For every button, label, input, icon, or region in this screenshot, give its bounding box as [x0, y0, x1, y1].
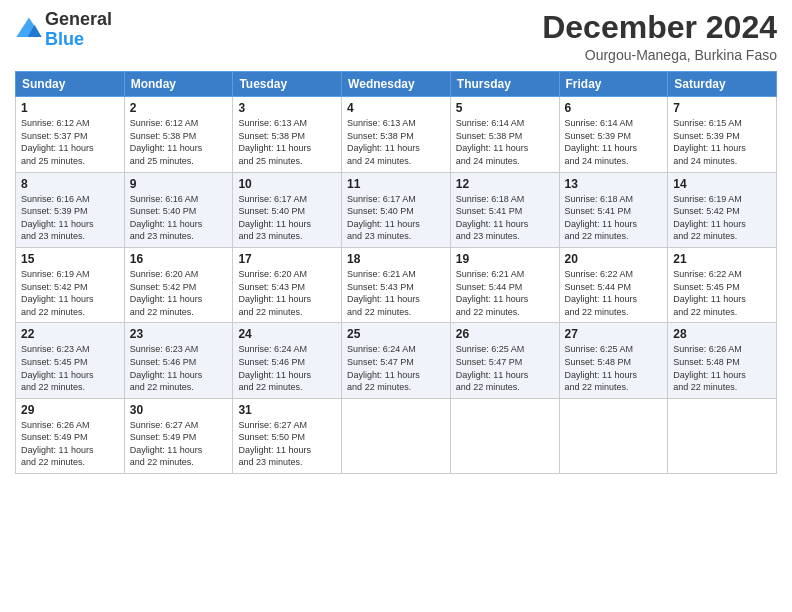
- day-number: 10: [238, 177, 336, 191]
- calendar-cell: 25Sunrise: 6:24 AMSunset: 5:47 PMDayligh…: [342, 323, 451, 398]
- calendar-cell: 16Sunrise: 6:20 AMSunset: 5:42 PMDayligh…: [124, 247, 233, 322]
- day-number: 14: [673, 177, 771, 191]
- calendar-cell: 21Sunrise: 6:22 AMSunset: 5:45 PMDayligh…: [668, 247, 777, 322]
- day-number: 7: [673, 101, 771, 115]
- month-title: December 2024: [542, 10, 777, 45]
- calendar-week-5: 29Sunrise: 6:26 AMSunset: 5:49 PMDayligh…: [16, 398, 777, 473]
- page: General Blue December 2024 Ourgou-Manega…: [0, 0, 792, 612]
- calendar-header-tuesday: Tuesday: [233, 72, 342, 97]
- day-info: Sunrise: 6:20 AMSunset: 5:42 PMDaylight:…: [130, 268, 228, 318]
- day-info: Sunrise: 6:20 AMSunset: 5:43 PMDaylight:…: [238, 268, 336, 318]
- day-number: 16: [130, 252, 228, 266]
- day-number: 29: [21, 403, 119, 417]
- day-number: 17: [238, 252, 336, 266]
- calendar-cell: 20Sunrise: 6:22 AMSunset: 5:44 PMDayligh…: [559, 247, 668, 322]
- day-info: Sunrise: 6:21 AMSunset: 5:44 PMDaylight:…: [456, 268, 554, 318]
- calendar-week-3: 15Sunrise: 6:19 AMSunset: 5:42 PMDayligh…: [16, 247, 777, 322]
- day-info: Sunrise: 6:12 AMSunset: 5:37 PMDaylight:…: [21, 117, 119, 167]
- day-info: Sunrise: 6:17 AMSunset: 5:40 PMDaylight:…: [347, 193, 445, 243]
- day-info: Sunrise: 6:21 AMSunset: 5:43 PMDaylight:…: [347, 268, 445, 318]
- calendar-cell: 14Sunrise: 6:19 AMSunset: 5:42 PMDayligh…: [668, 172, 777, 247]
- day-info: Sunrise: 6:22 AMSunset: 5:45 PMDaylight:…: [673, 268, 771, 318]
- day-number: 25: [347, 327, 445, 341]
- day-number: 11: [347, 177, 445, 191]
- day-info: Sunrise: 6:24 AMSunset: 5:47 PMDaylight:…: [347, 343, 445, 393]
- calendar-week-4: 22Sunrise: 6:23 AMSunset: 5:45 PMDayligh…: [16, 323, 777, 398]
- day-number: 12: [456, 177, 554, 191]
- day-number: 26: [456, 327, 554, 341]
- day-number: 3: [238, 101, 336, 115]
- logo-general: General: [45, 9, 112, 29]
- day-info: Sunrise: 6:15 AMSunset: 5:39 PMDaylight:…: [673, 117, 771, 167]
- day-number: 6: [565, 101, 663, 115]
- calendar-cell: 19Sunrise: 6:21 AMSunset: 5:44 PMDayligh…: [450, 247, 559, 322]
- day-number: 23: [130, 327, 228, 341]
- logo-icon: [15, 16, 43, 44]
- day-info: Sunrise: 6:18 AMSunset: 5:41 PMDaylight:…: [456, 193, 554, 243]
- day-number: 21: [673, 252, 771, 266]
- calendar-cell: 8Sunrise: 6:16 AMSunset: 5:39 PMDaylight…: [16, 172, 125, 247]
- header: General Blue December 2024 Ourgou-Manega…: [15, 10, 777, 63]
- day-info: Sunrise: 6:13 AMSunset: 5:38 PMDaylight:…: [347, 117, 445, 167]
- calendar-cell: 1Sunrise: 6:12 AMSunset: 5:37 PMDaylight…: [16, 97, 125, 172]
- day-info: Sunrise: 6:24 AMSunset: 5:46 PMDaylight:…: [238, 343, 336, 393]
- day-number: 15: [21, 252, 119, 266]
- day-number: 20: [565, 252, 663, 266]
- calendar-cell: 13Sunrise: 6:18 AMSunset: 5:41 PMDayligh…: [559, 172, 668, 247]
- calendar-cell: [450, 398, 559, 473]
- logo-blue: Blue: [45, 29, 84, 49]
- day-number: 28: [673, 327, 771, 341]
- calendar-cell: 28Sunrise: 6:26 AMSunset: 5:48 PMDayligh…: [668, 323, 777, 398]
- day-info: Sunrise: 6:27 AMSunset: 5:49 PMDaylight:…: [130, 419, 228, 469]
- calendar-cell: 26Sunrise: 6:25 AMSunset: 5:47 PMDayligh…: [450, 323, 559, 398]
- day-number: 31: [238, 403, 336, 417]
- calendar-week-1: 1Sunrise: 6:12 AMSunset: 5:37 PMDaylight…: [16, 97, 777, 172]
- day-info: Sunrise: 6:19 AMSunset: 5:42 PMDaylight:…: [673, 193, 771, 243]
- day-info: Sunrise: 6:27 AMSunset: 5:50 PMDaylight:…: [238, 419, 336, 469]
- day-number: 5: [456, 101, 554, 115]
- day-number: 13: [565, 177, 663, 191]
- calendar-cell: 2Sunrise: 6:12 AMSunset: 5:38 PMDaylight…: [124, 97, 233, 172]
- day-info: Sunrise: 6:16 AMSunset: 5:39 PMDaylight:…: [21, 193, 119, 243]
- day-info: Sunrise: 6:19 AMSunset: 5:42 PMDaylight:…: [21, 268, 119, 318]
- calendar: SundayMondayTuesdayWednesdayThursdayFrid…: [15, 71, 777, 474]
- day-number: 2: [130, 101, 228, 115]
- calendar-cell: 9Sunrise: 6:16 AMSunset: 5:40 PMDaylight…: [124, 172, 233, 247]
- day-number: 4: [347, 101, 445, 115]
- calendar-cell: 18Sunrise: 6:21 AMSunset: 5:43 PMDayligh…: [342, 247, 451, 322]
- calendar-week-2: 8Sunrise: 6:16 AMSunset: 5:39 PMDaylight…: [16, 172, 777, 247]
- calendar-cell: 5Sunrise: 6:14 AMSunset: 5:38 PMDaylight…: [450, 97, 559, 172]
- calendar-cell: 22Sunrise: 6:23 AMSunset: 5:45 PMDayligh…: [16, 323, 125, 398]
- day-info: Sunrise: 6:14 AMSunset: 5:39 PMDaylight:…: [565, 117, 663, 167]
- calendar-header-monday: Monday: [124, 72, 233, 97]
- title-block: December 2024 Ourgou-Manega, Burkina Fas…: [542, 10, 777, 63]
- calendar-cell: 31Sunrise: 6:27 AMSunset: 5:50 PMDayligh…: [233, 398, 342, 473]
- day-number: 18: [347, 252, 445, 266]
- calendar-header-row: SundayMondayTuesdayWednesdayThursdayFrid…: [16, 72, 777, 97]
- day-info: Sunrise: 6:25 AMSunset: 5:48 PMDaylight:…: [565, 343, 663, 393]
- day-number: 1: [21, 101, 119, 115]
- calendar-cell: 27Sunrise: 6:25 AMSunset: 5:48 PMDayligh…: [559, 323, 668, 398]
- day-number: 27: [565, 327, 663, 341]
- day-info: Sunrise: 6:14 AMSunset: 5:38 PMDaylight:…: [456, 117, 554, 167]
- day-info: Sunrise: 6:26 AMSunset: 5:48 PMDaylight:…: [673, 343, 771, 393]
- day-info: Sunrise: 6:12 AMSunset: 5:38 PMDaylight:…: [130, 117, 228, 167]
- day-info: Sunrise: 6:22 AMSunset: 5:44 PMDaylight:…: [565, 268, 663, 318]
- day-number: 22: [21, 327, 119, 341]
- logo-text: General Blue: [45, 10, 112, 50]
- calendar-cell: 6Sunrise: 6:14 AMSunset: 5:39 PMDaylight…: [559, 97, 668, 172]
- calendar-cell: 10Sunrise: 6:17 AMSunset: 5:40 PMDayligh…: [233, 172, 342, 247]
- day-info: Sunrise: 6:18 AMSunset: 5:41 PMDaylight:…: [565, 193, 663, 243]
- day-info: Sunrise: 6:16 AMSunset: 5:40 PMDaylight:…: [130, 193, 228, 243]
- day-info: Sunrise: 6:25 AMSunset: 5:47 PMDaylight:…: [456, 343, 554, 393]
- day-number: 9: [130, 177, 228, 191]
- day-info: Sunrise: 6:13 AMSunset: 5:38 PMDaylight:…: [238, 117, 336, 167]
- calendar-cell: [342, 398, 451, 473]
- calendar-cell: [668, 398, 777, 473]
- calendar-header-wednesday: Wednesday: [342, 72, 451, 97]
- calendar-header-thursday: Thursday: [450, 72, 559, 97]
- calendar-cell: 24Sunrise: 6:24 AMSunset: 5:46 PMDayligh…: [233, 323, 342, 398]
- day-number: 30: [130, 403, 228, 417]
- calendar-cell: 7Sunrise: 6:15 AMSunset: 5:39 PMDaylight…: [668, 97, 777, 172]
- day-info: Sunrise: 6:23 AMSunset: 5:46 PMDaylight:…: [130, 343, 228, 393]
